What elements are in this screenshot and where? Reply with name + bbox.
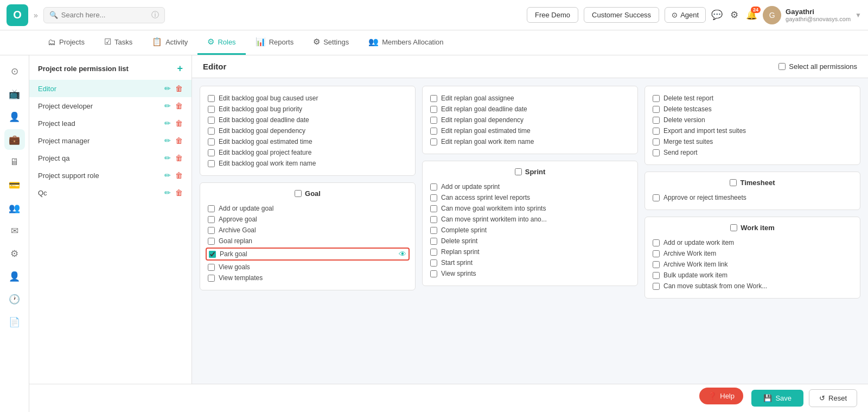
perm-add-sprint: Add or update sprint	[430, 181, 630, 192]
perm-replan-deadline: Edit replan goal deadline date	[430, 104, 630, 115]
main-layout: ⊙ 📺 👤 💼 🖥 💳 👥 ✉ ⚙ 👤 🕐 📄 Project role per…	[0, 55, 868, 412]
delete-icon-qa[interactable]: 🗑	[175, 154, 183, 162]
role-panel-title: Project role permission list	[38, 65, 129, 73]
reset-button[interactable]: ↺ Reset	[809, 389, 857, 407]
sprint-section: Sprint Add or update sprint Can access s…	[422, 161, 638, 286]
user-section[interactable]: G Gayathri gayathri@snovasys.com ▼	[763, 6, 861, 24]
perm-backlog-bug-user: Edit backlog goal bug caused user	[208, 93, 407, 104]
perm-add-update-workitem: Add or update work item	[653, 237, 852, 248]
expand-icon[interactable]: »	[34, 11, 38, 20]
role-item-lead[interactable]: Project lead ✏ 🗑	[29, 115, 192, 132]
user-dropdown-icon[interactable]: ▼	[855, 11, 861, 19]
perm-bulk-update-workitem: Bulk update work item	[653, 270, 852, 281]
roles-icon: ⚙	[207, 37, 214, 47]
perm-archive-workitem-link: Archive Work item link	[653, 259, 852, 270]
agent-button[interactable]: ⊙ Agent	[665, 7, 706, 23]
add-role-icon[interactable]: +	[177, 63, 183, 74]
chat-icon[interactable]: 💬	[711, 9, 723, 21]
app-logo[interactable]: O	[7, 4, 28, 26]
help-icon: ❓	[708, 392, 717, 400]
perm-backlog-workitem: Edit backlog goal work item name	[208, 158, 407, 169]
timesheet-section: Timesheet Approve or reject timesheets	[644, 172, 860, 210]
role-item-qa[interactable]: Project qa ✏ 🗑	[29, 149, 192, 167]
save-button[interactable]: 💾 Save	[751, 390, 803, 407]
agent-icon: ⊙	[672, 11, 678, 19]
perm-backlog-bug-priority: Edit backlog goal bug priority	[208, 104, 407, 115]
tab-activity[interactable]: 📋 Activity	[142, 30, 197, 55]
backlog-section: Edit backlog goal bug caused user Edit b…	[200, 86, 416, 176]
avatar: G	[763, 6, 781, 24]
sidebar-item-clock[interactable]: 🕐	[4, 289, 25, 309]
sidebar-item-tv[interactable]: 📺	[4, 84, 25, 104]
perm-view-sprints: View sprints	[430, 268, 630, 279]
timesheet-section-checkbox[interactable]	[730, 179, 737, 186]
perm-delete-sprint: Delete sprint	[430, 236, 630, 246]
delete-icon-manager[interactable]: 🗑	[175, 136, 183, 145]
tab-members[interactable]: 👥 Members Allocation	[359, 30, 453, 55]
editor-header: Editor Select all permissions	[192, 55, 868, 78]
notification-icon[interactable]: 🔔24	[746, 9, 757, 21]
sidebar-item-home[interactable]: ⊙	[4, 61, 25, 81]
delete-icon-editor[interactable]: 🗑	[175, 84, 183, 93]
tab-reports[interactable]: 📊 Reports	[246, 30, 304, 55]
perm-send-report: Send report	[653, 147, 852, 158]
perm-move-goal-workitem: Can move goal workitem into sprints	[430, 203, 630, 214]
delete-icon-qc[interactable]: 🗑	[175, 188, 183, 197]
notif-badge: 24	[751, 7, 761, 13]
customer-success-button[interactable]: Customer Success	[584, 7, 659, 23]
role-item-support[interactable]: Project support role ✏ 🗑	[29, 167, 192, 184]
sidebar-item-user[interactable]: 👤	[4, 106, 25, 127]
user-name: Gayathri	[786, 8, 851, 16]
select-all-permissions[interactable]: Select all permissions	[778, 62, 857, 71]
tab-tasks[interactable]: ☑ Tasks	[94, 30, 142, 55]
sidebar-item-person[interactable]: 👤	[4, 266, 25, 287]
sidebar-item-monitor[interactable]: 🖥	[4, 152, 25, 173]
role-item-qc[interactable]: Qc ✏ 🗑	[29, 184, 192, 201]
tab-projects[interactable]: 🗂 Projects	[38, 31, 94, 55]
role-item-editor[interactable]: Editor ✏ 🗑	[29, 80, 192, 97]
perm-delete-version: Delete version	[653, 115, 852, 125]
park-goal-checkbox[interactable]	[209, 251, 216, 258]
perm-view-templates: View templates	[208, 272, 407, 283]
edit-icon-editor[interactable]: ✏	[164, 84, 171, 93]
settings-icon[interactable]: ⚙	[730, 9, 738, 21]
perm-move-sprint-workitem: Can move sprint workitem into ano...	[430, 214, 630, 225]
edit-icon-qa[interactable]: ✏	[164, 154, 171, 162]
sidebar-item-people[interactable]: 👥	[4, 198, 25, 218]
perm-replan-estimated: Edit replan goal estimated time	[430, 125, 630, 136]
sidebar-item-mail[interactable]: ✉	[4, 220, 25, 241]
permission-grid: Edit backlog goal bug caused user Edit b…	[192, 78, 868, 337]
goal-section: Goal Add or update goal Approve goal Arc…	[200, 182, 416, 290]
tab-roles[interactable]: ⚙ Roles	[197, 30, 245, 55]
role-item-developer[interactable]: Project developer ✏ 🗑	[29, 97, 192, 115]
help-button[interactable]: ❓ Help	[699, 388, 743, 404]
work-item-section: Work item Add or update work item Archiv…	[644, 217, 860, 299]
edit-icon-lead[interactable]: ✏	[164, 119, 171, 128]
delete-icon-developer[interactable]: 🗑	[175, 102, 183, 110]
edit-icon-developer[interactable]: ✏	[164, 102, 171, 110]
perm-replan-workitem: Edit replan goal work item name	[430, 136, 630, 147]
role-item-manager[interactable]: Project manager ✏ 🗑	[29, 132, 192, 149]
sidebar-item-briefcase[interactable]: 💼	[4, 129, 25, 150]
eye-icon[interactable]: 👁	[399, 250, 406, 258]
edit-icon-manager[interactable]: ✏	[164, 136, 171, 145]
search-input[interactable]	[61, 11, 148, 19]
delete-icon-support[interactable]: 🗑	[175, 171, 183, 180]
goal-section-checkbox[interactable]	[295, 190, 302, 197]
sidebar-item-card[interactable]: 💳	[4, 175, 25, 195]
sidebar-item-gear[interactable]: ⚙	[4, 243, 25, 264]
projects-icon: 🗂	[48, 37, 56, 47]
perm-replan-dependency: Edit replan goal dependency	[430, 115, 630, 125]
tab-settings[interactable]: ⚙ Settings	[303, 30, 359, 55]
free-demo-button[interactable]: Free Demo	[527, 7, 578, 23]
sidebar-item-doc[interactable]: 📄	[4, 312, 25, 332]
edit-icon-qc[interactable]: ✏	[164, 188, 171, 197]
work-item-section-checkbox[interactable]	[730, 224, 737, 231]
sprint-section-checkbox[interactable]	[515, 168, 522, 175]
settings-nav-icon: ⚙	[313, 37, 320, 47]
perm-replan-sprint: Replan sprint	[430, 246, 630, 257]
edit-icon-support[interactable]: ✏	[164, 171, 171, 180]
select-all-checkbox[interactable]	[778, 63, 786, 70]
content-area: Editor Select all permissions Edit backl…	[192, 55, 868, 412]
delete-icon-lead[interactable]: 🗑	[175, 119, 183, 128]
